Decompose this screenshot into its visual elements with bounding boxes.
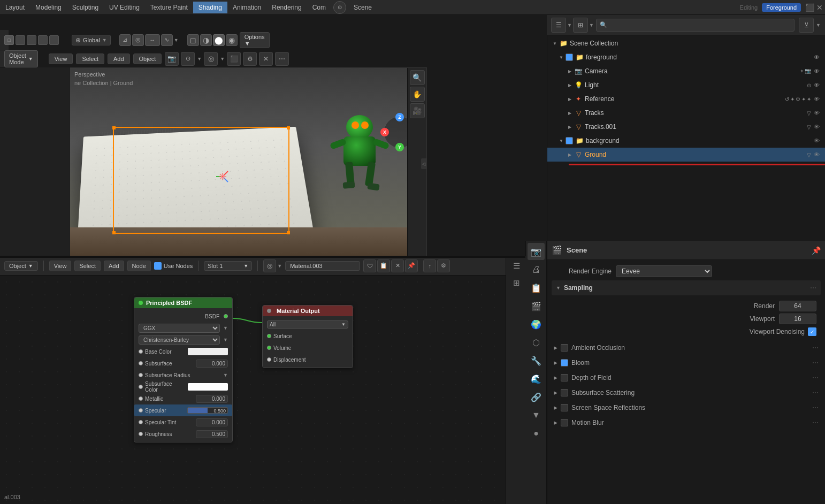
- menu-item-sculpting[interactable]: Sculpting: [67, 2, 104, 13]
- dof-section[interactable]: ▶ Depth of Field ⋯: [552, 370, 821, 385]
- sss-checkbox[interactable]: [561, 389, 568, 396]
- filter-btn[interactable]: ⊞: [573, 18, 588, 33]
- render-engine-select[interactable]: Eevee Cycles Workbench: [616, 265, 712, 277]
- mat-copy-icon[interactable]: 📋: [377, 259, 390, 272]
- 3d-viewport[interactable]: ∫∫∫∫∫∫∫∫∫∫∫∫∫∫∫∫∫∫∫∫∫∫∫∫∫∫∫∫∫: [70, 67, 427, 260]
- display-mode-btn[interactable]: ☰: [551, 18, 566, 33]
- object-mode-select[interactable]: Object Mode ▼: [4, 50, 38, 67]
- sss-section[interactable]: ▶ Subsurface Scattering ⋯: [552, 385, 821, 400]
- mat-pin-icon[interactable]: 📌: [405, 259, 418, 272]
- ssr-checkbox[interactable]: [561, 404, 568, 411]
- object-props-icon[interactable]: ⬡: [528, 334, 545, 351]
- viewport-shading-icon[interactable]: ◎: [204, 52, 218, 66]
- viewport-sampling-value[interactable]: 16: [779, 314, 816, 324]
- transform-global-select[interactable]: ⊕ Global ▼: [72, 35, 111, 45]
- roughness-value[interactable]: 0.500: [196, 430, 228, 438]
- principled-bsdf-node[interactable]: Principled BSDF BSDF GGX ▼: [134, 297, 233, 442]
- shader-icon1[interactable]: ◎: [263, 259, 276, 272]
- menu-item-texture-paint[interactable]: Texture Paint: [145, 2, 193, 13]
- base-color-swatch[interactable]: [188, 348, 228, 355]
- ggx-select[interactable]: GGX: [139, 324, 220, 333]
- options-btn[interactable]: Options ▼: [240, 32, 270, 48]
- shader-add-btn[interactable]: Add: [104, 261, 124, 271]
- ground-eye[interactable]: 👁: [812, 150, 821, 159]
- data-props-icon[interactable]: ▼: [528, 407, 545, 424]
- scene-props-icon[interactable]: 🎬: [528, 297, 545, 315]
- proportional-btn[interactable]: ◎: [132, 34, 144, 46]
- foreground-checkbox[interactable]: [566, 54, 573, 61]
- shader-node-btn[interactable]: Node: [127, 261, 151, 271]
- ao-checkbox[interactable]: [561, 344, 568, 352]
- overlay-icon[interactable]: ⊙: [181, 52, 195, 66]
- mb-checkbox[interactable]: [561, 419, 568, 426]
- view-layer-props-icon[interactable]: 📋: [528, 279, 545, 296]
- h-divider[interactable]: [0, 256, 525, 258]
- background-item[interactable]: ▼ 📁 background 👁: [547, 134, 825, 148]
- pan-tool[interactable]: ✋: [410, 87, 425, 102]
- dof-checkbox[interactable]: [561, 374, 568, 381]
- viewport-clip-icon[interactable]: ⬛: [227, 52, 241, 66]
- modifier-props-icon[interactable]: 🔧: [528, 352, 545, 369]
- shader-select-btn[interactable]: Select: [74, 261, 101, 271]
- denoising-checkbox[interactable]: ✓: [808, 327, 816, 336]
- select-box-icon[interactable]: □: [4, 35, 14, 45]
- reference-item[interactable]: ▶ ✦ Reference ↺ ✦ ⚙ ✦ ✦ 👁: [547, 92, 825, 106]
- background-eye[interactable]: 👁: [812, 136, 821, 145]
- shader-canvas[interactable]: Principled BSDF BSDF GGX ▼: [0, 276, 525, 504]
- search-tool[interactable]: 🔍: [410, 70, 425, 85]
- viewport-settings-icon[interactable]: ⚙: [243, 52, 257, 66]
- slot-select[interactable]: Slot 1 ▼: [204, 261, 252, 271]
- camera-eye[interactable]: 👁: [812, 67, 821, 75]
- window-controls[interactable]: ⬛ ✕: [805, 3, 823, 12]
- menu-item-compositing[interactable]: Com: [307, 2, 331, 13]
- shader-settings-icon[interactable]: ⚙: [437, 259, 450, 272]
- material-props-icon[interactable]: ●: [528, 425, 545, 442]
- ssr-section[interactable]: ▶ Screen Space Reflections ⋯: [552, 400, 821, 415]
- constraints-props-icon[interactable]: 🔗: [528, 388, 545, 406]
- christensen-select[interactable]: Christensen-Burley: [139, 335, 220, 345]
- sub-color-swatch[interactable]: [188, 383, 228, 391]
- tracks-eye[interactable]: 👁: [812, 109, 821, 117]
- light-item[interactable]: ▶ 💡 Light ⊙ 👁: [547, 78, 825, 92]
- use-nodes-checkbox[interactable]: [154, 262, 162, 270]
- light-eye[interactable]: 👁: [812, 81, 821, 89]
- mat-shield-icon[interactable]: 🛡: [363, 259, 376, 272]
- bloom-checkbox[interactable]: [561, 359, 568, 366]
- shading-wire-btn[interactable]: ◻: [187, 34, 199, 46]
- viewport-more-icon[interactable]: ⋯: [275, 52, 289, 66]
- tracks001-eye[interactable]: 👁: [812, 123, 821, 131]
- shader-side-icon2[interactable]: ⊞: [509, 275, 525, 291]
- view-btn[interactable]: View: [49, 54, 73, 64]
- camera-tool[interactable]: 🎥: [410, 103, 425, 118]
- wave-btn[interactable]: ∿: [161, 34, 173, 46]
- snap-btn[interactable]: ⊿: [119, 34, 131, 46]
- select-btn-viewport[interactable]: Select: [76, 54, 104, 64]
- reference-eye[interactable]: 👁: [812, 95, 821, 103]
- move-btn[interactable]: ↔: [145, 34, 160, 46]
- render-props-icon[interactable]: 📷: [528, 243, 545, 260]
- mat-all-select[interactable]: All ▼: [267, 320, 348, 329]
- material-name-field[interactable]: Material.003: [285, 261, 360, 271]
- menu-item-layout[interactable]: Layout: [0, 2, 30, 13]
- sampling-section-header[interactable]: ▼ Sampling ⋯: [552, 280, 821, 295]
- menu-item-scene[interactable]: Scene: [348, 2, 377, 13]
- shading-material-btn[interactable]: ⬤: [213, 34, 225, 46]
- render-sampling-value[interactable]: 64: [779, 301, 816, 311]
- spec-tint-value[interactable]: 0.000: [196, 418, 228, 426]
- background-checkbox[interactable]: [566, 137, 573, 144]
- specular-bar[interactable]: 0.500: [187, 407, 228, 414]
- ground-item[interactable]: ▶ ▽ Ground ▽ 👁: [547, 148, 825, 162]
- scene-collection-item[interactable]: ▼ 📁 Scene Collection: [547, 36, 825, 50]
- collapse-handle[interactable]: ◁: [421, 158, 426, 169]
- metallic-value[interactable]: 0.000: [196, 395, 228, 403]
- bloom-section[interactable]: ▶ Bloom ⋯: [552, 355, 821, 370]
- filter-icon-btn[interactable]: ⊻: [799, 18, 814, 33]
- outliner-search-box[interactable]: 🔍: [596, 19, 795, 32]
- shading-rendered-btn[interactable]: ◉: [226, 34, 238, 46]
- tracks001-item[interactable]: ▶ ▽ Tracks.001 ▽ 👁: [547, 120, 825, 134]
- shader-view-btn[interactable]: View: [49, 261, 72, 271]
- physics-props-icon[interactable]: 🌊: [528, 370, 545, 387]
- shader-zoom-icon[interactable]: ↑: [423, 259, 436, 272]
- add-btn-viewport[interactable]: Add: [108, 54, 130, 64]
- tracks-item[interactable]: ▶ ▽ Tracks ▽ 👁: [547, 106, 825, 120]
